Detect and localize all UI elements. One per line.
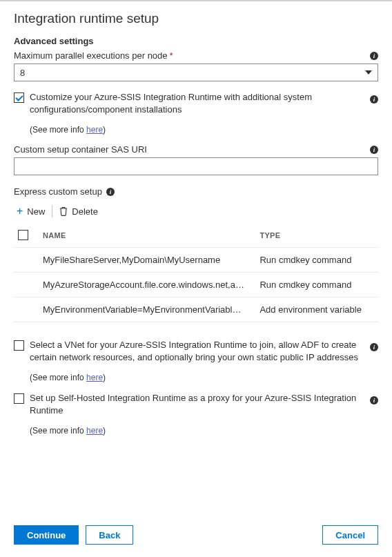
vnet-checkbox[interactable] — [14, 340, 24, 351]
new-button[interactable]: + New — [17, 205, 45, 217]
cell-type: Run cmdkey command — [253, 273, 378, 297]
customize-here-link[interactable]: here — [86, 125, 103, 135]
info-icon[interactable]: i — [370, 396, 378, 404]
cell-name: MyEnvironmentVariable=MyEnvironmentVaria… — [36, 297, 253, 322]
back-button[interactable]: Back — [86, 525, 133, 545]
sas-uri-label: Custom setup container SAS URI — [14, 144, 147, 155]
customize-more-info: (See more info here) — [30, 125, 378, 135]
info-icon[interactable]: i — [106, 188, 115, 196]
cancel-button[interactable]: Cancel — [322, 525, 378, 545]
continue-button[interactable]: Continue — [14, 525, 79, 545]
advanced-settings-heading: Advanced settings — [14, 36, 378, 46]
delete-button[interactable]: Delete — [59, 206, 98, 217]
col-header-name[interactable]: Name — [36, 223, 253, 248]
info-icon[interactable]: i — [370, 95, 378, 104]
sas-uri-input[interactable] — [14, 157, 378, 175]
info-icon[interactable]: i — [370, 146, 378, 154]
vnet-more-info: (See more info here) — [30, 373, 378, 382]
express-setup-table: Name Type MyFileShareServer,MyDomain\MyU… — [14, 223, 378, 322]
info-icon[interactable]: i — [370, 52, 378, 60]
vnet-label: Select a VNet for your Azure-SSIS Integr… — [30, 339, 363, 363]
proxy-here-link[interactable]: here — [86, 426, 103, 436]
max-parallel-value: 8 — [20, 68, 25, 78]
max-parallel-select[interactable]: 8 — [14, 63, 378, 81]
table-row[interactable]: MyFileShareServer,MyDomain\MyUsername Ru… — [14, 248, 378, 273]
proxy-checkbox[interactable] — [14, 393, 24, 404]
footer: Continue Back Cancel — [0, 517, 392, 557]
vnet-here-link[interactable]: here — [86, 373, 103, 382]
cell-type: Add environment variable — [253, 297, 378, 322]
proxy-more-info: (See more info here) — [30, 426, 378, 436]
table-row[interactable]: MyAzureStorageAccount.file.core.windows.… — [14, 273, 378, 297]
plus-icon: + — [17, 205, 23, 217]
page-title: Integration runtime setup — [14, 11, 378, 26]
express-setup-label: Express custom setup — [14, 186, 102, 197]
max-parallel-label: Maximum parallel executions per node — [14, 50, 168, 61]
proxy-label: Set up Self-Hosted Integration Runtime a… — [30, 392, 363, 416]
select-all-checkbox[interactable] — [18, 230, 28, 240]
required-indicator: * — [170, 50, 173, 61]
customize-checkbox[interactable] — [14, 92, 24, 103]
cell-name: MyAzureStorageAccount.file.core.windows.… — [36, 273, 253, 297]
customize-label: Customize your Azure-SSIS Integration Ru… — [30, 91, 363, 115]
col-header-type[interactable]: Type — [253, 223, 378, 248]
chevron-down-icon — [365, 70, 372, 75]
trash-icon — [59, 206, 68, 216]
info-icon[interactable]: i — [370, 343, 378, 351]
cell-type: Run cmdkey command — [253, 248, 378, 273]
table-row[interactable]: MyEnvironmentVariable=MyEnvironmentVaria… — [14, 297, 378, 322]
cell-name: MyFileShareServer,MyDomain\MyUsername — [36, 248, 253, 273]
divider — [52, 205, 52, 217]
